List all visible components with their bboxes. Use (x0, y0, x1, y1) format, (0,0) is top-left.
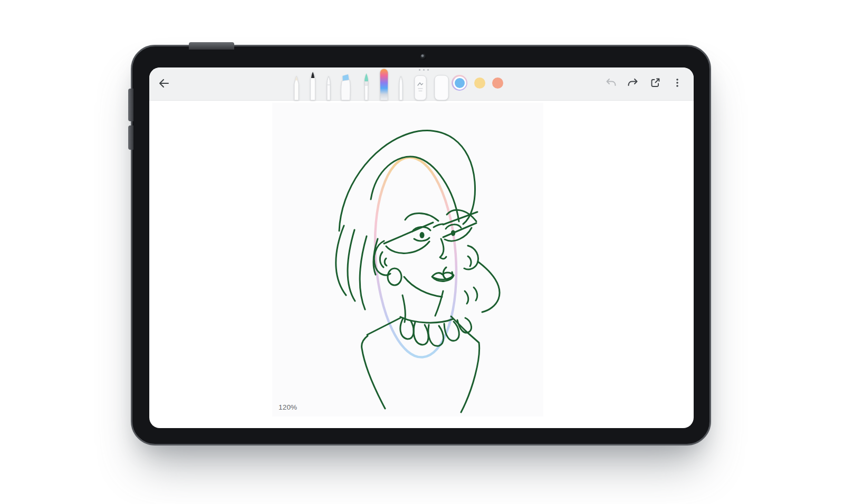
undo-icon (605, 76, 617, 89)
tool-paint-brush[interactable] (362, 73, 370, 100)
front-camera (420, 54, 426, 60)
color-swatch-yellow[interactable] (474, 77, 485, 89)
canvas-drawing (272, 103, 543, 416)
volume-rocker-lower (128, 125, 133, 150)
tool-tray-handle[interactable] (419, 69, 429, 71)
tablet-device: 120% (131, 45, 711, 445)
app-screen: 120% (149, 67, 694, 428)
color-swatches (452, 75, 503, 91)
export-button[interactable] (648, 76, 662, 90)
tool-pencil[interactable] (293, 75, 300, 100)
back-button[interactable] (155, 74, 172, 92)
zoom-level-label: 120% (279, 403, 297, 411)
tool-fine-pen[interactable] (325, 75, 332, 100)
ink-strokes (336, 131, 500, 412)
color-swatch-blue-selected[interactable] (452, 75, 467, 91)
color-swatch-orange[interactable] (492, 77, 503, 89)
page: 120% (0, 0, 844, 504)
redo-icon (627, 76, 639, 89)
tool-chisel-marker[interactable] (340, 74, 351, 100)
tool-patterned-eraser[interactable] (414, 74, 427, 100)
tool-ink-pen[interactable] (309, 71, 316, 100)
overflow-menu-button[interactable] (670, 76, 684, 90)
toolbar-actions (604, 76, 684, 90)
drawing-canvas[interactable]: 120% (272, 103, 543, 416)
open-in-new-icon (649, 76, 661, 89)
arrow-left-icon (156, 75, 171, 91)
power-button (189, 42, 234, 50)
volume-rocker (128, 89, 133, 121)
tool-block-eraser[interactable] (434, 74, 449, 100)
tool-detail-pen[interactable] (398, 75, 404, 100)
rainbow-oval-stroke (369, 154, 463, 360)
tool-rainbow-pen[interactable] (379, 69, 389, 100)
undo-button[interactable] (604, 76, 618, 90)
toolbar (149, 67, 694, 101)
redo-button[interactable] (626, 76, 640, 90)
kebab-menu-icon (671, 76, 684, 89)
